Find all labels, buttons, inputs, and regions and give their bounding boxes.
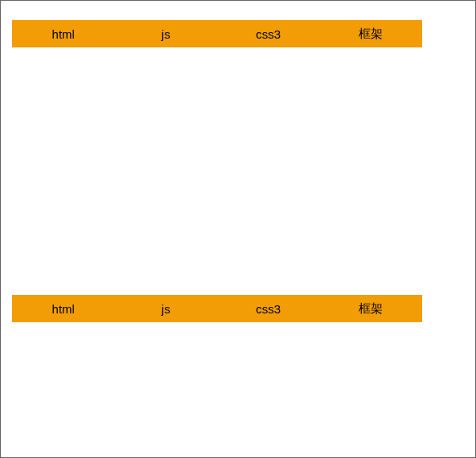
nav-bar-top: html js css3 框架 — [12, 20, 422, 47]
nav-item-css3[interactable]: css3 — [217, 27, 320, 41]
nav-bar-bottom: html js css3 框架 — [12, 295, 422, 322]
nav-item-js[interactable]: js — [115, 302, 218, 316]
nav-item-html[interactable]: html — [12, 302, 115, 316]
nav-item-framework[interactable]: 框架 — [320, 27, 423, 42]
nav-item-framework[interactable]: 框架 — [320, 301, 423, 317]
nav-item-js[interactable]: js — [115, 27, 218, 41]
nav-item-html[interactable]: html — [12, 27, 115, 41]
nav-item-css3[interactable]: css3 — [217, 302, 320, 316]
